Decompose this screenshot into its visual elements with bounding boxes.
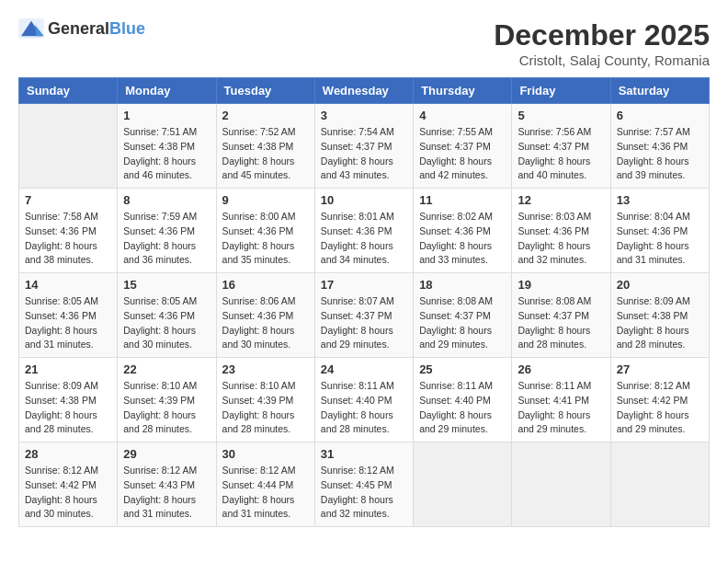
- calendar-table: SundayMondayTuesdayWednesdayThursdayFrid…: [18, 77, 710, 527]
- day-info: Sunrise: 7:55 AM Sunset: 4:37 PM Dayligh…: [419, 125, 506, 183]
- calendar-cell: 12Sunrise: 8:03 AM Sunset: 4:36 PM Dayli…: [512, 189, 610, 273]
- header-row: SundayMondayTuesdayWednesdayThursdayFrid…: [19, 78, 710, 104]
- day-info: Sunrise: 8:04 AM Sunset: 4:36 PM Dayligh…: [617, 210, 703, 268]
- day-number: 18: [419, 278, 506, 292]
- day-info: Sunrise: 8:08 AM Sunset: 4:37 PM Dayligh…: [419, 294, 506, 352]
- day-number: 30: [222, 447, 309, 461]
- day-info: Sunrise: 8:10 AM Sunset: 4:39 PM Dayligh…: [123, 379, 210, 437]
- day-number: 25: [419, 362, 506, 376]
- calendar-cell: 26Sunrise: 8:11 AM Sunset: 4:41 PM Dayli…: [512, 358, 610, 442]
- day-info: Sunrise: 8:11 AM Sunset: 4:41 PM Dayligh…: [518, 379, 604, 437]
- day-number: 17: [321, 278, 407, 292]
- calendar-cell: 4Sunrise: 7:55 AM Sunset: 4:37 PM Daylig…: [414, 104, 512, 189]
- day-number: 29: [123, 447, 210, 461]
- day-number: 15: [123, 278, 210, 292]
- header-tuesday: Tuesday: [216, 78, 314, 104]
- calendar-cell: 20Sunrise: 8:09 AM Sunset: 4:38 PM Dayli…: [610, 273, 709, 358]
- title-area: December 2025 Cristolt, Salaj County, Ro…: [494, 18, 710, 68]
- calendar-cell: 15Sunrise: 8:05 AM Sunset: 4:36 PM Dayli…: [118, 273, 216, 358]
- calendar-cell: 3Sunrise: 7:54 AM Sunset: 4:37 PM Daylig…: [314, 104, 413, 189]
- day-number: 5: [518, 109, 604, 122]
- week-row-2: 7Sunrise: 7:58 AM Sunset: 4:36 PM Daylig…: [19, 189, 710, 273]
- calendar-body: 1Sunrise: 7:51 AM Sunset: 4:38 PM Daylig…: [19, 104, 710, 527]
- logo-text: GeneralBlue: [48, 19, 145, 39]
- day-number: 21: [25, 362, 111, 376]
- calendar-cell: 14Sunrise: 8:05 AM Sunset: 4:36 PM Dayli…: [19, 273, 118, 358]
- day-number: 22: [123, 362, 210, 376]
- week-row-5: 28Sunrise: 8:12 AM Sunset: 4:42 PM Dayli…: [19, 442, 710, 527]
- calendar-cell: 13Sunrise: 8:04 AM Sunset: 4:36 PM Dayli…: [610, 189, 709, 273]
- header-sunday: Sunday: [19, 78, 118, 104]
- week-row-4: 21Sunrise: 8:09 AM Sunset: 4:38 PM Dayli…: [19, 358, 710, 442]
- day-info: Sunrise: 8:12 AM Sunset: 4:45 PM Dayligh…: [321, 464, 407, 522]
- header-friday: Friday: [512, 78, 610, 104]
- month-title: December 2025: [494, 18, 710, 52]
- day-number: 16: [222, 278, 309, 292]
- day-number: 10: [321, 193, 407, 207]
- week-row-3: 14Sunrise: 8:05 AM Sunset: 4:36 PM Dayli…: [19, 273, 710, 358]
- day-info: Sunrise: 8:05 AM Sunset: 4:36 PM Dayligh…: [25, 294, 111, 352]
- calendar-cell: 16Sunrise: 8:06 AM Sunset: 4:36 PM Dayli…: [216, 273, 314, 358]
- calendar-cell: 23Sunrise: 8:10 AM Sunset: 4:39 PM Dayli…: [216, 358, 314, 442]
- calendar-cell: 10Sunrise: 8:01 AM Sunset: 4:36 PM Dayli…: [314, 189, 413, 273]
- calendar-cell: 25Sunrise: 8:11 AM Sunset: 4:40 PM Dayli…: [414, 358, 512, 442]
- day-info: Sunrise: 7:51 AM Sunset: 4:38 PM Dayligh…: [123, 125, 210, 183]
- calendar-cell: 17Sunrise: 8:07 AM Sunset: 4:37 PM Dayli…: [314, 273, 413, 358]
- day-number: 12: [518, 193, 604, 207]
- day-number: 14: [25, 278, 111, 292]
- day-info: Sunrise: 7:58 AM Sunset: 4:36 PM Dayligh…: [25, 210, 111, 268]
- day-info: Sunrise: 8:12 AM Sunset: 4:44 PM Dayligh…: [222, 464, 309, 522]
- calendar-cell: 19Sunrise: 8:08 AM Sunset: 4:37 PM Dayli…: [512, 273, 610, 358]
- day-number: 4: [419, 109, 506, 122]
- day-info: Sunrise: 7:57 AM Sunset: 4:36 PM Dayligh…: [617, 125, 703, 183]
- calendar-cell: 27Sunrise: 8:12 AM Sunset: 4:42 PM Dayli…: [610, 358, 709, 442]
- page-header: GeneralBlue December 2025 Cristolt, Sala…: [18, 18, 710, 68]
- day-info: Sunrise: 7:59 AM Sunset: 4:36 PM Dayligh…: [123, 210, 210, 268]
- day-number: 1: [123, 109, 210, 122]
- header-thursday: Thursday: [414, 78, 512, 104]
- calendar-cell: 8Sunrise: 7:59 AM Sunset: 4:36 PM Daylig…: [118, 189, 216, 273]
- day-number: 11: [419, 193, 506, 207]
- day-number: 7: [25, 193, 111, 207]
- calendar-cell: [19, 104, 118, 189]
- day-number: 6: [617, 109, 703, 122]
- day-info: Sunrise: 7:54 AM Sunset: 4:37 PM Dayligh…: [321, 125, 407, 183]
- day-number: 13: [617, 193, 703, 207]
- calendar-cell: [414, 442, 512, 527]
- header-monday: Monday: [118, 78, 216, 104]
- day-info: Sunrise: 8:09 AM Sunset: 4:38 PM Dayligh…: [25, 379, 111, 437]
- calendar-cell: 2Sunrise: 7:52 AM Sunset: 4:38 PM Daylig…: [216, 104, 314, 189]
- calendar-cell: [610, 442, 709, 527]
- day-info: Sunrise: 8:11 AM Sunset: 4:40 PM Dayligh…: [321, 379, 407, 437]
- logo: GeneralBlue: [18, 18, 145, 39]
- calendar-cell: 11Sunrise: 8:02 AM Sunset: 4:36 PM Dayli…: [414, 189, 512, 273]
- calendar-cell: 28Sunrise: 8:12 AM Sunset: 4:42 PM Dayli…: [19, 442, 118, 527]
- calendar-cell: 29Sunrise: 8:12 AM Sunset: 4:43 PM Dayli…: [118, 442, 216, 527]
- day-info: Sunrise: 8:08 AM Sunset: 4:37 PM Dayligh…: [518, 294, 604, 352]
- day-number: 2: [222, 109, 309, 122]
- header-saturday: Saturday: [610, 78, 709, 104]
- day-info: Sunrise: 8:11 AM Sunset: 4:40 PM Dayligh…: [419, 379, 506, 437]
- day-info: Sunrise: 8:10 AM Sunset: 4:39 PM Dayligh…: [222, 379, 309, 437]
- day-info: Sunrise: 8:09 AM Sunset: 4:38 PM Dayligh…: [617, 294, 703, 352]
- header-wednesday: Wednesday: [314, 78, 413, 104]
- day-info: Sunrise: 8:12 AM Sunset: 4:43 PM Dayligh…: [123, 464, 210, 522]
- calendar-cell: 22Sunrise: 8:10 AM Sunset: 4:39 PM Dayli…: [118, 358, 216, 442]
- calendar-cell: 6Sunrise: 7:57 AM Sunset: 4:36 PM Daylig…: [610, 104, 709, 189]
- calendar-cell: [512, 442, 610, 527]
- location-title: Cristolt, Salaj County, Romania: [494, 52, 710, 68]
- day-number: 28: [25, 447, 111, 461]
- calendar-cell: 1Sunrise: 7:51 AM Sunset: 4:38 PM Daylig…: [118, 104, 216, 189]
- day-info: Sunrise: 8:03 AM Sunset: 4:36 PM Dayligh…: [518, 210, 604, 268]
- day-info: Sunrise: 7:52 AM Sunset: 4:38 PM Dayligh…: [222, 125, 309, 183]
- week-row-1: 1Sunrise: 7:51 AM Sunset: 4:38 PM Daylig…: [19, 104, 710, 189]
- calendar-cell: 7Sunrise: 7:58 AM Sunset: 4:36 PM Daylig…: [19, 189, 118, 273]
- day-number: 27: [617, 362, 703, 376]
- logo-icon: [18, 18, 44, 39]
- day-number: 26: [518, 362, 604, 376]
- calendar-cell: 5Sunrise: 7:56 AM Sunset: 4:37 PM Daylig…: [512, 104, 610, 189]
- day-info: Sunrise: 7:56 AM Sunset: 4:37 PM Dayligh…: [518, 125, 604, 183]
- calendar-header: SundayMondayTuesdayWednesdayThursdayFrid…: [19, 78, 710, 104]
- day-info: Sunrise: 8:07 AM Sunset: 4:37 PM Dayligh…: [321, 294, 407, 352]
- day-number: 20: [617, 278, 703, 292]
